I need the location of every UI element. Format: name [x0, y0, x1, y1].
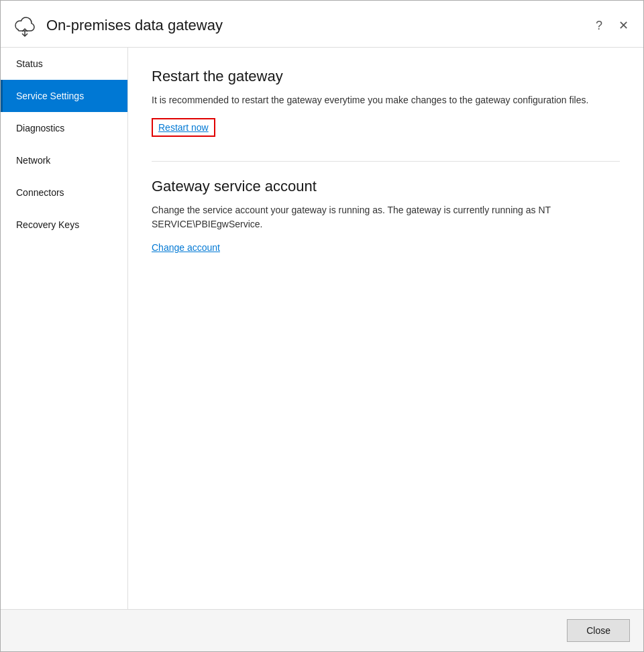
account-section: Gateway service account Change the servi…: [152, 178, 620, 253]
sidebar-item-diagnostics[interactable]: Diagnostics: [1, 112, 127, 144]
window-controls: ? ✕: [592, 18, 633, 33]
sidebar-item-network[interactable]: Network: [1, 144, 127, 176]
app-icon: [11, 12, 38, 39]
sidebar-item-status[interactable]: Status: [1, 48, 127, 80]
sidebar-item-service-settings[interactable]: Service Settings: [1, 80, 127, 112]
change-account-link[interactable]: Change account: [152, 242, 220, 253]
account-section-title: Gateway service account: [152, 178, 620, 195]
sidebar-item-connectors[interactable]: Connectors: [1, 176, 127, 209]
window-close-button[interactable]: ✕: [614, 18, 633, 33]
app-title: On-premises data gateway: [46, 17, 592, 34]
account-section-description: Change the service account your gateway …: [152, 203, 608, 231]
restart-section-title: Restart the gateway: [152, 68, 620, 85]
help-button[interactable]: ?: [592, 18, 606, 33]
restart-section: Restart the gateway It is recommended to…: [152, 68, 620, 137]
sidebar-item-recovery-keys[interactable]: Recovery Keys: [1, 209, 127, 241]
title-bar: On-premises data gateway ? ✕: [1, 1, 643, 48]
footer: Close: [1, 609, 643, 651]
restart-link-border: Restart now: [152, 118, 215, 137]
content-area: Status Service Settings Diagnostics Netw…: [1, 48, 643, 609]
main-window: On-premises data gateway ? ✕ Status Serv…: [0, 0, 644, 652]
restart-now-link[interactable]: Restart now: [158, 122, 209, 133]
section-divider: [152, 161, 620, 162]
sidebar: Status Service Settings Diagnostics Netw…: [1, 48, 128, 609]
close-button[interactable]: Close: [567, 619, 630, 642]
main-content: Restart the gateway It is recommended to…: [128, 48, 643, 609]
restart-section-description: It is recommended to restart the gateway…: [152, 93, 608, 107]
